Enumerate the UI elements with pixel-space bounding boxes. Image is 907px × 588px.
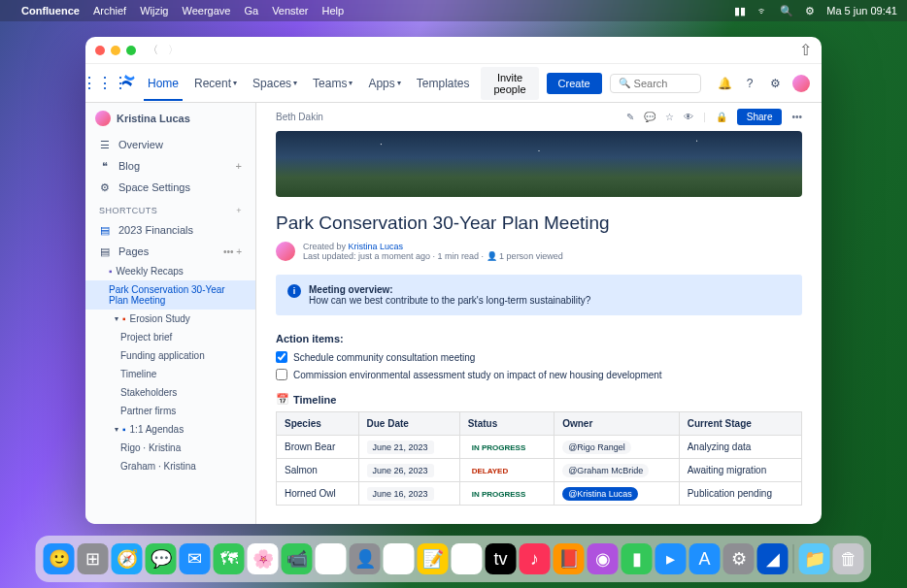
- dock-contacts[interactable]: 👤: [350, 543, 381, 574]
- confluence-logo-icon[interactable]: [120, 73, 136, 93]
- minimize-button[interactable]: [111, 46, 120, 55]
- menubar-ga[interactable]: Ga: [244, 5, 258, 16]
- maximize-button[interactable]: [126, 46, 136, 55]
- sidebar-user[interactable]: Kristina Lucas: [85, 103, 255, 134]
- watch-icon[interactable]: 👁: [684, 112, 693, 122]
- add-blog-icon[interactable]: +: [236, 160, 242, 172]
- help-icon[interactable]: ?: [742, 76, 757, 91]
- forward-button[interactable]: 〉: [168, 43, 179, 57]
- dock-calendar[interactable]: 5: [316, 543, 347, 574]
- cell-owner[interactable]: @Rigo Rangel: [554, 436, 680, 459]
- dock-notes[interactable]: 📝: [418, 543, 449, 574]
- dock-reminders[interactable]: ☰: [384, 543, 415, 574]
- nav-templates[interactable]: Templates: [413, 77, 474, 90]
- action-item-2[interactable]: Commission environmental assessment stud…: [256, 366, 822, 383]
- tree-funding[interactable]: Funding application: [85, 346, 255, 365]
- app-switcher-icon[interactable]: ⋮⋮⋮: [97, 76, 113, 91]
- page-icon: ▪: [122, 424, 126, 435]
- sidebar-blog[interactable]: ❝ Blog +: [85, 155, 255, 177]
- menubar-app[interactable]: Confluence: [21, 5, 80, 16]
- nav-spaces[interactable]: Spaces▾: [249, 77, 301, 90]
- dock-safari[interactable]: 🧭: [112, 543, 143, 574]
- invite-button[interactable]: Invite people: [481, 67, 538, 100]
- control-center-icon[interactable]: ⚙: [805, 5, 815, 17]
- share-button[interactable]: Share: [737, 109, 783, 125]
- dock-podcasts[interactable]: ◉: [588, 543, 619, 574]
- cell-owner[interactable]: @Kristina Lucas: [554, 482, 680, 506]
- dock-music[interactable]: ♪: [520, 543, 551, 574]
- menubar-wijzig[interactable]: Wijzig: [140, 5, 168, 16]
- sidebar-settings[interactable]: ⚙ Space Settings: [85, 177, 255, 198]
- profile-avatar[interactable]: [792, 75, 810, 92]
- dock-trash[interactable]: 🗑: [833, 543, 864, 574]
- chevron-down-icon[interactable]: ▾: [115, 314, 118, 323]
- share-icon[interactable]: ⇧: [799, 41, 812, 59]
- settings-icon[interactable]: ⚙: [767, 76, 783, 91]
- menubar-venster[interactable]: Venster: [272, 5, 308, 16]
- dock-finder[interactable]: 🙂: [44, 543, 75, 574]
- tree-timeline[interactable]: Timeline: [85, 365, 255, 383]
- search-box[interactable]: 🔍: [610, 74, 701, 93]
- close-button[interactable]: [95, 46, 105, 55]
- nav-recent[interactable]: Recent▾: [190, 77, 241, 90]
- back-button[interactable]: 〈: [148, 43, 158, 57]
- dock-appstore[interactable]: A: [689, 543, 721, 574]
- dock-keynote[interactable]: ▸: [655, 543, 687, 574]
- dock-confluence[interactable]: ◢: [757, 543, 789, 574]
- tree-park-conservation[interactable]: Park Conservation 30-Year Plan Meeting: [85, 280, 255, 310]
- dock-photos[interactable]: 🌸: [248, 543, 279, 574]
- add-shortcut-icon[interactable]: +: [236, 206, 242, 215]
- create-button[interactable]: Create: [547, 73, 602, 94]
- tree-partners[interactable]: Partner firms: [85, 402, 255, 420]
- notifications-icon[interactable]: 🔔: [717, 76, 732, 91]
- dock-maps[interactable]: 🗺: [214, 543, 245, 574]
- dock-settings[interactable]: ⚙: [723, 543, 755, 574]
- dock-messages[interactable]: 💬: [146, 543, 177, 574]
- dock-mail[interactable]: ✉: [180, 543, 211, 574]
- star-icon[interactable]: ☆: [665, 112, 674, 122]
- chevron-down-icon[interactable]: ▾: [115, 425, 118, 434]
- checkbox-1[interactable]: [276, 351, 287, 363]
- table-row[interactable]: Horned Owl June 16, 2023 IN PROGRESS @Kr…: [277, 482, 802, 506]
- tree-stakeholders[interactable]: Stakeholders: [85, 383, 255, 402]
- tree-project-brief[interactable]: Project brief: [85, 328, 255, 346]
- dock-books[interactable]: 📕: [554, 543, 585, 574]
- search-input[interactable]: [634, 78, 692, 89]
- table-row[interactable]: Brown Bear June 21, 2023 IN PROGRESS @Ri…: [277, 436, 802, 459]
- wifi-icon[interactable]: ᯤ: [757, 5, 768, 16]
- dock-numbers[interactable]: ▮: [621, 543, 653, 574]
- tree-weekly-recaps[interactable]: ▪ Weekly Recaps: [85, 262, 255, 280]
- battery-icon[interactable]: ▮▮: [734, 5, 746, 17]
- sidebar-pages-header[interactable]: ▤ Pages ••• +: [85, 241, 255, 262]
- nav-home[interactable]: Home: [144, 77, 183, 101]
- sidebar-overview[interactable]: ☰ Overview: [85, 134, 255, 155]
- sidebar-shortcut-financials[interactable]: ▤ 2023 Financials: [85, 219, 255, 241]
- checkbox-2[interactable]: [276, 369, 287, 380]
- menubar-weergave[interactable]: Weergave: [183, 5, 231, 16]
- tree-rigo[interactable]: Rigo · Kristina: [85, 439, 255, 457]
- dock-launchpad[interactable]: ⊞: [78, 543, 109, 574]
- cell-status: IN PROGRESS: [459, 436, 554, 459]
- tree-agendas[interactable]: ▾ ▪ 1:1 Agendas: [85, 420, 255, 439]
- dock-downloads[interactable]: 📁: [799, 543, 830, 574]
- tree-erosion-study[interactable]: ▾ ▪ Erosion Study: [85, 310, 255, 328]
- breadcrumb-user[interactable]: Beth Dakin: [276, 112, 323, 122]
- tree-graham[interactable]: Graham · Kristina: [85, 457, 255, 475]
- comment-icon[interactable]: 💬: [644, 112, 655, 122]
- cell-owner[interactable]: @Graham McBride: [554, 459, 680, 482]
- action-item-1[interactable]: Schedule community consultation meeting: [256, 348, 822, 366]
- dock-freeform[interactable]: ✏: [452, 543, 483, 574]
- nav-apps[interactable]: Apps▾: [364, 77, 404, 90]
- nav-teams[interactable]: Teams▾: [309, 77, 356, 90]
- table-row[interactable]: Salmon June 26, 2023 DELAYED @Graham McB…: [277, 459, 802, 482]
- spotlight-icon[interactable]: 🔍: [780, 5, 793, 17]
- dock-tv[interactable]: tv: [486, 543, 517, 574]
- menubar-archief[interactable]: Archief: [93, 5, 126, 16]
- lock-icon[interactable]: 🔒: [716, 112, 727, 122]
- menubar-help[interactable]: Help: [321, 5, 344, 16]
- dock-facetime[interactable]: 📹: [282, 543, 313, 574]
- more-icon[interactable]: •••: [791, 112, 802, 122]
- edit-icon[interactable]: ✎: [626, 112, 634, 122]
- pages-more-icon[interactable]: ••• +: [223, 246, 242, 257]
- menubar-clock[interactable]: Ma 5 jun 09:41: [826, 5, 897, 16]
